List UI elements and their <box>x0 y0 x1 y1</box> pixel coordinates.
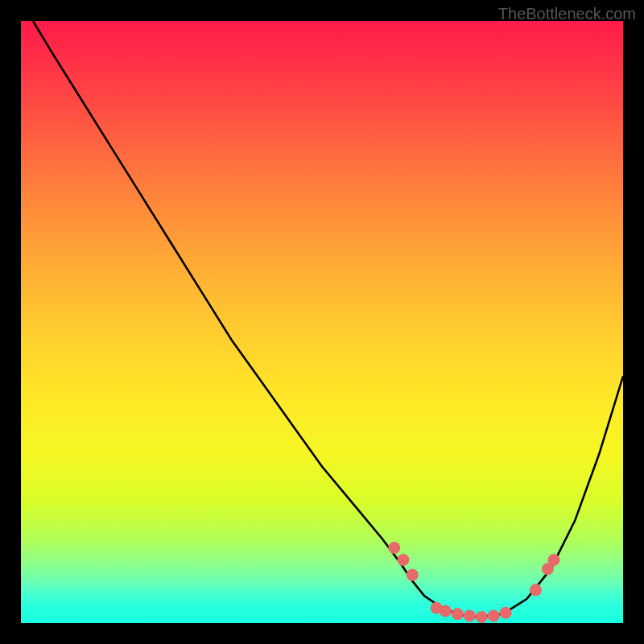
scatter-point <box>476 611 488 623</box>
scatter-point <box>440 605 452 617</box>
scatter-point <box>464 610 476 622</box>
scatter-point <box>452 608 464 620</box>
scatter-point <box>500 607 512 619</box>
bottleneck-curve <box>33 21 623 617</box>
scatter-point <box>397 554 409 566</box>
scatter-point <box>388 542 400 554</box>
chart-svg <box>21 21 623 623</box>
scatter-point <box>530 584 542 596</box>
scatter-point <box>547 554 559 566</box>
watermark-text: TheBottleneck.com <box>498 5 636 23</box>
plot-area <box>21 21 623 623</box>
scatter-point <box>488 610 500 622</box>
scatter-point <box>407 569 419 581</box>
